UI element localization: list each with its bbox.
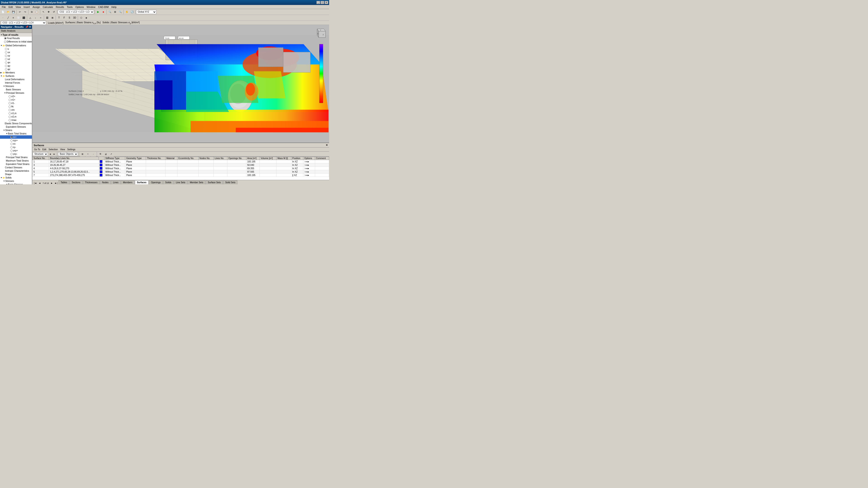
tree-item-uz[interactable]: uz [0,57,32,61]
tree-item-internal-forces[interactable]: Internal Forces [0,81,32,85]
tb2-iso[interactable]: ⬡ [79,15,84,20]
tb-move[interactable]: ✥ [46,9,51,14]
tree-item-basic-total-strains[interactable]: ▼ Basic Total Strains [0,132,32,135]
menu-window[interactable]: Window [85,5,97,8]
btab-solids[interactable]: Solids [163,180,174,184]
btab-openings[interactable]: Openings [149,180,163,184]
btab-sections[interactable]: Sections [70,180,82,184]
menu-options[interactable]: Options [74,5,85,8]
tree-item-equiv-stresses[interactable]: Equivalent Stresses [0,125,32,129]
tree-item-sigma1plus[interactable]: σ1+ [0,98,32,101]
orientation-cube[interactable]: Y X Z [314,27,327,40]
view-combo[interactable]: Global XYZ [136,10,156,14]
col-nodes-no[interactable]: Nodes No. [198,157,214,160]
col-position[interactable]: Position [291,157,303,160]
col-thickness[interactable]: Thickness No. [146,157,165,160]
tb-zoom-fit[interactable]: ⊞ [113,9,118,14]
goto-menu[interactable]: Go To [33,148,41,151]
tb2-side[interactable]: S [67,15,72,20]
tree-item-u[interactable]: u [0,47,32,51]
menu-insert[interactable]: Insert [22,5,31,8]
load-combo-top[interactable]: CO2 - LC1 + LC2 + LC3 + LC4 [1,21,46,25]
tb2-top[interactable]: T [57,15,61,20]
load-case-combo[interactable]: CO2 - LC1 + LC2 + LC3 + LC4 [58,10,94,14]
tree-item-stresses-surf[interactable]: ▼ Stresses [0,85,32,88]
nav-first[interactable]: |◄ [33,182,37,184]
tb-select[interactable]: ↖ [41,9,46,14]
menu-calculate[interactable]: Calculate [41,5,55,8]
settings-menu[interactable]: Settings [66,148,76,151]
menu-tools[interactable]: Tools [65,5,74,8]
col-geometry[interactable]: Geometry Type [125,157,146,160]
col-mass[interactable]: Mass M [t] [276,157,291,160]
col-color[interactable] [99,157,104,160]
btab-surfaces[interactable]: Surfaces [135,180,149,184]
nav-close-btn[interactable]: ✕ [29,26,31,29]
menu-results[interactable]: Results [55,5,66,8]
table-row[interactable]: 5 1,2,4,271,270,65,28-13,66,69,26,62,5..… [33,170,329,173]
table-row[interactable]: 3 19-26,36-45,27 Without Thick... Plane [33,163,329,167]
menu-help[interactable]: Help [110,5,118,8]
col-material[interactable]: Material [165,157,178,160]
tb2-nodes[interactable]: · [0,15,5,20]
nav-next-btn[interactable]: ► [53,152,56,156]
tree-item-sigma1m[interactable]: σ1,m [0,111,32,115]
tb-table-print[interactable]: 🖨 [103,152,108,157]
tb-add-row[interactable]: + [86,152,90,157]
menu-assign[interactable]: Assign [31,5,41,8]
nav-next[interactable]: ► [50,182,54,184]
tree-item-solids[interactable]: ▼ 📁 Solids [0,176,32,180]
results-table-container[interactable]: Surface No. Boundary Lines No. Stiffness… [32,157,329,180]
btab-line-sets[interactable]: Line Sets [174,180,187,184]
tree-item-shape[interactable]: Shape [0,173,32,176]
tb2-supports[interactable]: △ [28,15,33,20]
tb-del-row[interactable]: - [91,152,96,157]
structure-combo[interactable]: Structure [33,152,48,156]
tb-open[interactable]: 📂 [6,9,11,14]
col-options[interactable]: Options [303,157,315,160]
btab-solid-sets[interactable]: Solid Sets [223,180,237,184]
table-row[interactable]: 4 4-9,26,8,37-58,270 Without Thick... Pl… [33,167,329,170]
selection-menu[interactable]: Selection [48,148,59,151]
btab-lines[interactable]: Lines [111,180,121,184]
btab-thicknesses[interactable]: Thicknesses [83,180,100,184]
btab-members[interactable]: Members [121,180,134,184]
tb2-3d[interactable]: 3D [72,15,77,20]
tb-save[interactable]: 💾 [11,9,16,14]
tb2-lines[interactable]: ╱ [6,15,11,20]
tb-table-export[interactable]: ↗ [109,152,114,157]
tree-item-strains[interactable]: ▼ Strains [0,129,32,132]
nav-prev-btn[interactable]: ◄ [49,152,52,156]
viewport-3d[interactable]: 75.00 80.00 [32,25,329,142]
tree-item-eyyminus[interactable]: εy- [0,145,32,149]
tb2-results[interactable]: ≈ [38,15,43,20]
menu-view[interactable]: View [14,5,22,8]
nav-tab[interactable]: Static Analysis [0,29,32,33]
tree-item-differences[interactable]: Differences to initial state [0,40,32,43]
tb-undo[interactable]: ↩ [18,9,22,14]
tb2-front[interactable]: F [62,15,67,20]
tb2-persp[interactable]: ◈ [84,15,89,20]
tb2-loads[interactable]: ↓ [33,15,38,20]
tree-item-surfaces[interactable]: ▼ 📁 Surfaces [0,74,32,78]
tb-stop[interactable]: ■ [101,9,106,14]
menu-cadbim[interactable]: CAD-BIM [97,5,110,8]
tb-copy[interactable]: ⧉ [29,9,34,14]
tree-item-theta[interactable]: θc [0,105,32,108]
tb-table-copy[interactable]: ⧉ [98,152,103,157]
tb-zoom-out[interactable]: 🔍 [118,9,123,14]
tree-item-sigma1minus[interactable]: σ1- [0,101,32,105]
close-results-btn[interactable]: ✕ [326,144,328,147]
tb2-surfaces[interactable]: ⬜ [16,15,21,20]
col-stiffness[interactable]: Stiffness Type [104,157,125,160]
edit-menu[interactable]: Edit [41,148,47,151]
tb2-solids[interactable]: ⬛ [21,15,26,20]
tree-item-final-results[interactable]: Final Results [0,37,32,40]
tree-item-members[interactable]: ▶ 📁 Members [0,71,32,74]
close-btn[interactable]: ✕ [324,1,328,4]
table-row[interactable]: 7 273,274,388,403-397,470-459,275 Withou… [33,173,329,177]
col-boundary-lines[interactable]: Boundary Lines No. [49,157,99,160]
btab-member-sets[interactable]: Member Sets [188,180,205,184]
tb2-members[interactable]: ≡ [11,15,16,20]
col-lines-no[interactable]: Lines No. [214,157,227,160]
